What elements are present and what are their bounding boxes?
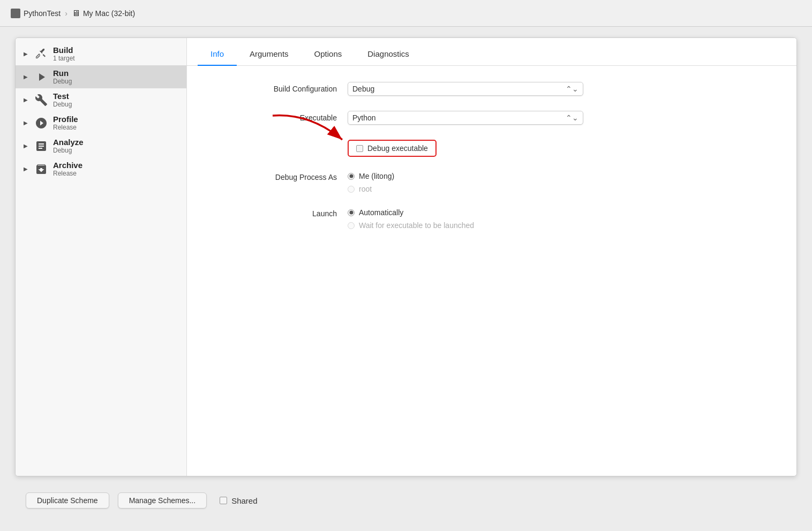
build-text: Build 1 target: [53, 45, 75, 62]
run-subtitle: Debug: [53, 78, 72, 85]
debug-process-me-row: Me (litong): [348, 172, 394, 180]
content-body: ▶ Build 1 target ▶: [16, 38, 796, 476]
analyze-title: Analyze: [53, 138, 84, 147]
tab-info[interactable]: Info: [198, 43, 237, 66]
shared-row: Shared: [220, 496, 257, 505]
build-subtitle: 1 target: [53, 55, 75, 62]
launch-wait-row: Wait for executable to be launched: [348, 221, 474, 230]
mac-icon: 🖥: [72, 9, 80, 18]
sidebar: ▶ Build 1 target ▶: [16, 38, 187, 476]
build-config-value: Debug: [352, 85, 374, 93]
device-name: My Mac (32-bit): [83, 9, 135, 18]
tab-arguments[interactable]: Arguments: [237, 43, 302, 66]
launch-auto-row: Automatically: [348, 208, 474, 217]
run-icon: [34, 70, 49, 85]
executable-label: Executable: [230, 113, 337, 122]
profile-title: Profile: [53, 115, 78, 124]
sidebar-item-analyze[interactable]: ▶ Analyze Debug: [16, 134, 186, 157]
bottom-bar: Duplicate Scheme Manage Schemes... Share…: [15, 482, 797, 519]
test-subtitle: Debug: [53, 101, 72, 108]
launch-auto-label: Automatically: [359, 208, 403, 217]
debug-process-row: Debug Process As Me (litong) root: [230, 172, 754, 193]
profile-subtitle: Release: [53, 124, 78, 131]
sidebar-item-run[interactable]: ▶ Run Debug: [16, 65, 186, 88]
analyze-icon: [34, 139, 49, 154]
sidebar-item-test[interactable]: ▶ Test Debug: [16, 88, 186, 111]
debug-executable-row: Debug executable: [230, 140, 754, 157]
breadcrumb-bar: PythonTest › 🖥 My Mac (32-bit): [0, 0, 812, 27]
expand-arrow-run[interactable]: ▶: [22, 73, 29, 81]
analyze-text: Analyze Debug: [53, 138, 84, 154]
launch-auto-radio[interactable]: [348, 209, 355, 216]
duplicate-scheme-button[interactable]: Duplicate Scheme: [26, 492, 109, 509]
launch-label: Launch: [230, 208, 337, 218]
analyze-subtitle: Debug: [53, 147, 84, 154]
shared-checkbox[interactable]: [220, 497, 227, 504]
device-breadcrumb: 🖥 My Mac (32-bit): [72, 9, 135, 18]
executable-arrow: ⌃⌄: [566, 113, 578, 122]
debug-process-root-label: root: [359, 185, 372, 193]
expand-arrow-test[interactable]: ▶: [22, 96, 29, 104]
breadcrumb-separator: ›: [65, 9, 67, 18]
content-area: Build Configuration Debug ⌃⌄ Executable …: [187, 66, 796, 476]
expand-arrow-profile[interactable]: ▶: [22, 119, 29, 127]
archive-title: Archive: [53, 161, 82, 170]
archive-icon: [34, 162, 49, 177]
debug-executable-checkbox[interactable]: [356, 145, 363, 152]
launch-wait-label: Wait for executable to be launched: [359, 221, 474, 230]
launch-wait-radio[interactable]: [348, 222, 355, 229]
profile-text: Profile Release: [53, 115, 78, 131]
profile-icon: [34, 116, 49, 131]
executable-row: Executable Python ⌃⌄: [230, 111, 754, 125]
build-config-row: Build Configuration Debug ⌃⌄: [230, 82, 754, 96]
tab-options[interactable]: Options: [302, 43, 355, 66]
manage-schemes-button[interactable]: Manage Schemes...: [118, 492, 207, 509]
run-title: Run: [53, 69, 72, 78]
debug-process-label: Debug Process As: [230, 172, 337, 181]
tabs-bar: Info Arguments Options Diagnostics: [187, 38, 796, 66]
build-config-arrow: ⌃⌄: [566, 85, 578, 93]
launch-options: Automatically Wait for executable to be …: [348, 208, 474, 230]
project-icon: [11, 9, 20, 18]
debug-process-options: Me (litong) root: [348, 172, 394, 193]
build-icon: [34, 47, 49, 62]
build-config-label: Build Configuration: [230, 85, 337, 93]
expand-arrow-build[interactable]: ▶: [22, 50, 29, 58]
sidebar-item-archive[interactable]: ▶ Archive Release: [16, 157, 186, 180]
debug-process-root-radio[interactable]: [348, 186, 355, 193]
archive-subtitle: Release: [53, 170, 82, 177]
test-title: Test: [53, 92, 72, 101]
debug-executable-highlighted: Debug executable: [348, 140, 437, 157]
project-name: PythonTest: [24, 9, 61, 18]
build-config-select[interactable]: Debug ⌃⌄: [348, 82, 583, 96]
debug-executable-label: Debug executable: [367, 144, 428, 153]
shared-label: Shared: [231, 496, 257, 505]
executable-value: Python: [352, 113, 376, 122]
sidebar-item-build[interactable]: ▶ Build 1 target: [16, 42, 186, 65]
debug-process-root-row: root: [348, 185, 394, 193]
sidebar-item-profile[interactable]: ▶ Profile Release: [16, 111, 186, 134]
launch-row: Launch Automatically Wait for executable…: [230, 208, 754, 230]
debug-process-me-label: Me (litong): [359, 172, 394, 180]
archive-text: Archive Release: [53, 161, 82, 177]
right-panel: Info Arguments Options Diagnostics Build…: [187, 38, 796, 476]
executable-select[interactable]: Python ⌃⌄: [348, 111, 583, 125]
expand-arrow-analyze[interactable]: ▶: [22, 142, 29, 150]
expand-arrow-archive[interactable]: ▶: [22, 165, 29, 173]
main-window: ▶ Build 1 target ▶: [15, 37, 797, 476]
build-title: Build: [53, 45, 75, 55]
tab-diagnostics[interactable]: Diagnostics: [355, 43, 422, 66]
test-icon: [34, 93, 49, 108]
debug-process-me-radio[interactable]: [348, 173, 355, 180]
run-text: Run Debug: [53, 69, 72, 85]
test-text: Test Debug: [53, 92, 72, 108]
